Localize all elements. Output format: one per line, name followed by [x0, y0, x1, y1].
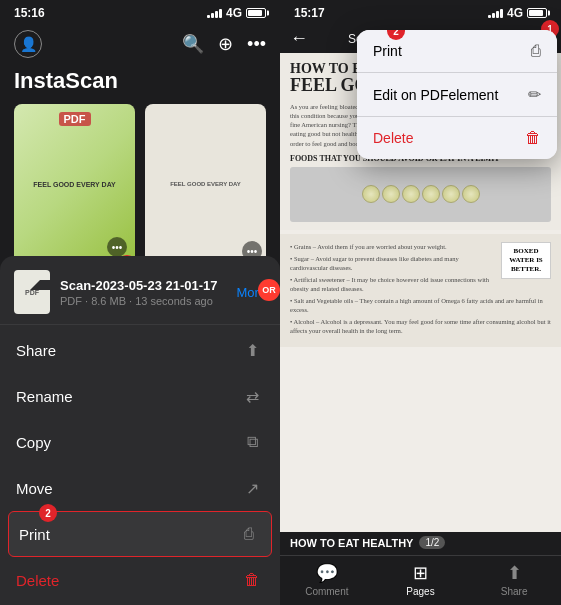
rename-icon: ⇄ [240, 384, 264, 408]
lemon-3 [402, 185, 420, 203]
dropdown-edit-icon: ✏ [528, 85, 541, 104]
copy-label: Copy [16, 434, 51, 451]
rename-label: Rename [16, 388, 73, 405]
delete-icon: 🗑 [240, 568, 264, 592]
page2-item-4: • Salt and Vegetable oils – They contain… [290, 296, 551, 314]
bottom-doc-title: HOW TO EAT HEALTHY [290, 537, 413, 549]
sheet-item-move[interactable]: Move ↗ [0, 465, 280, 511]
bottom-nav: 💬 Comment ⊞ Pages ⬆ Share [280, 555, 561, 605]
sheet-item-share[interactable]: Share ⬆ [0, 327, 280, 373]
status-right: 4G [207, 6, 266, 20]
sheet-item-copy[interactable]: Copy ⧉ [0, 419, 280, 465]
right-status-icons: 4G [488, 6, 547, 20]
print-icon: ⎙ [237, 522, 261, 546]
signal-bar-4 [219, 9, 222, 18]
pages-icon: ⊞ [413, 562, 428, 584]
more-button[interactable]: ••• [247, 34, 266, 55]
new-scan-button[interactable]: ⊕ [218, 33, 233, 55]
print-label: Print [19, 526, 50, 543]
right-signal-bars [488, 9, 503, 18]
back-button[interactable]: ← [290, 28, 308, 49]
nav-pages-label: Pages [406, 586, 434, 597]
delete-label: Delete [16, 572, 59, 589]
dropdown-delete-icon: 🗑 [525, 129, 541, 147]
right-time: 15:17 [294, 6, 325, 20]
dropdown-item-edit[interactable]: Edit on PDFelement ✏ [357, 72, 557, 116]
lemon-circles [360, 183, 482, 205]
lemon-6 [462, 185, 480, 203]
lemon-1 [362, 185, 380, 203]
bottom-sheet: PDF Scan-2023-05-23 21-01-17 PDF · 8.6 M… [0, 256, 280, 605]
sheet-doc-title: Scan-2023-05-23 21-01-17 [60, 278, 226, 293]
left-status-bar: 15:16 4G [0, 0, 280, 24]
pdf-label: PDF [59, 112, 91, 126]
nav-share-label: Share [501, 586, 528, 597]
boxed-water-label: BOXED WATER IS BETTER. [501, 242, 551, 279]
sheet-menu: Share ⬆ Rename ⇄ Copy ⧉ Move ↗ Print ⎙ [0, 325, 280, 605]
right-status-bar: 15:17 4G [280, 0, 561, 24]
dropdown-edit-label: Edit on PDFelement [373, 87, 498, 103]
doc-thumb-1[interactable]: PDF FEEL GOOD EVERY DAY ••• 1 [14, 104, 135, 265]
comment-icon: 💬 [316, 562, 338, 584]
nav-item-comment[interactable]: 💬 Comment [280, 562, 374, 597]
share-label: Share [16, 342, 56, 359]
sheet-doc-info: Scan-2023-05-23 21-01-17 PDF · 8.6 MB · … [60, 278, 226, 307]
signal-bar-1 [207, 15, 210, 18]
doc-thumb-text-2: FEEL GOOD EVERY DAY [164, 175, 247, 195]
lemon-2 [382, 185, 400, 203]
doc-thumb-text-1: FEEL GOOD EVERY DAY [29, 176, 119, 193]
nav-item-pages[interactable]: ⊞ Pages [374, 562, 468, 597]
print-badge: 2 [39, 504, 57, 522]
lemon-image [290, 167, 551, 222]
left-time: 15:16 [14, 6, 45, 20]
top-icons: 🔍 ⊕ ••• [182, 33, 266, 55]
app-title: InstaScan [0, 64, 280, 104]
dropdown-print-label: Print [373, 43, 402, 59]
sheet-item-rename[interactable]: Rename ⇄ [0, 373, 280, 419]
dropdown-menu: Print ⎙ 2 Edit on PDFelement ✏ Delete 🗑 [357, 30, 557, 159]
page2-item-5: • Alcohol – Alcohol is a depressant. You… [290, 317, 551, 335]
page-badge: 1/2 [419, 536, 445, 549]
search-button[interactable]: 🔍 [182, 33, 204, 55]
page2-text-col: BOXED WATER IS BETTER. • Grains – Avoid … [290, 242, 551, 339]
signal-bars [207, 9, 222, 18]
share-nav-icon: ⬆ [507, 562, 522, 584]
dropdown-print-badge: 2 [387, 30, 405, 40]
sheet-doc-meta: PDF · 8.6 MB · 13 seconds ago [60, 295, 226, 307]
signal-bar-2 [211, 13, 214, 18]
right-panel: 15:17 4G ← Scan-2023-05-23 21-01-17 ••• … [280, 0, 561, 605]
bottom-label-strip: HOW TO EAT HEALTHY 1/2 [280, 532, 561, 555]
lemon-4 [422, 185, 440, 203]
right-battery-icon [527, 8, 547, 18]
sheet-item-print[interactable]: Print ⎙ 2 [8, 511, 272, 557]
lemon-5 [442, 185, 460, 203]
nav-comment-label: Comment [305, 586, 348, 597]
signal-bar-3 [215, 11, 218, 18]
nav-item-share[interactable]: ⬆ Share [467, 562, 561, 597]
left-top-bar: 👤 🔍 ⊕ ••• [0, 24, 280, 64]
sheet-header: PDF Scan-2023-05-23 21-01-17 PDF · 8.6 M… [0, 270, 280, 325]
dropdown-item-delete[interactable]: Delete 🗑 [357, 116, 557, 159]
share-icon: ⬆ [240, 338, 264, 362]
dropdown-item-print[interactable]: Print ⎙ 2 [357, 30, 557, 72]
battery-icon [246, 8, 266, 18]
or-badge: OR [258, 279, 280, 301]
dropdown-print-icon: ⎙ [531, 42, 541, 60]
sheet-doc-icon: PDF [14, 270, 50, 314]
left-network: 4G [226, 6, 242, 20]
left-panel: 15:16 4G 👤 🔍 ⊕ ••• InstaScan PD [0, 0, 280, 605]
avatar[interactable]: 👤 [14, 30, 42, 58]
doc-thumb-2[interactable]: FEEL GOOD EVERY DAY ••• [145, 104, 266, 265]
right-network: 4G [507, 6, 523, 20]
move-icon: ↗ [240, 476, 264, 500]
copy-icon: ⧉ [240, 430, 264, 454]
sheet-item-delete[interactable]: Delete 🗑 [0, 557, 280, 603]
move-label: Move [16, 480, 53, 497]
page2-content: BOXED WATER IS BETTER. • Grains – Avoid … [290, 242, 551, 339]
dropdown-delete-label: Delete [373, 130, 413, 146]
preview-page-2: BOXED WATER IS BETTER. • Grains – Avoid … [280, 234, 561, 347]
